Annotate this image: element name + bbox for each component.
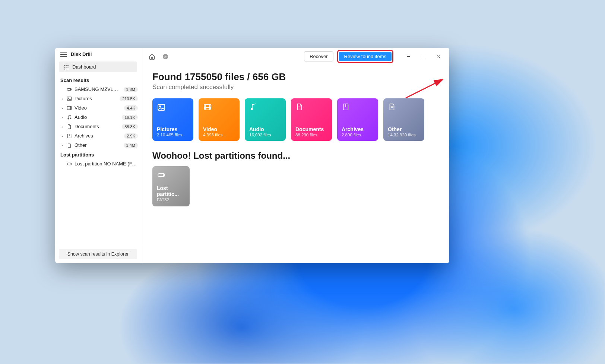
home-icon[interactable] [148,53,156,61]
svg-point-1 [70,89,71,89]
show-in-explorer-button[interactable]: Show scan results in Explorer [59,249,137,259]
app-window: Disk Drill Dashboard Scan results › SAMS… [55,48,449,263]
review-highlight: Review found items [337,50,393,63]
sidebar-item-video[interactable]: › Video 4.4K [55,103,141,113]
archive-icon [66,133,72,139]
svg-rect-2 [67,97,71,101]
content: Found 1755050 files / 656 GB Scan comple… [141,64,449,214]
document-icon [66,124,72,129]
tile-lost-partition[interactable]: Lost partitio... FAT32 [152,166,190,206]
hamburger-icon[interactable] [60,52,67,57]
found-title: Found 1755050 files / 656 GB [152,71,438,83]
tile-audio[interactable]: Audio 16,092 files [245,98,286,141]
maximize-button[interactable] [416,51,431,62]
image-icon [66,96,72,101]
main-area: Recover Review found items Found 1755050… [141,48,449,263]
svg-point-15 [251,108,253,110]
device-badge: 1.8M [124,87,138,92]
device-label: SAMSUNG MZVLB1T0... [75,86,121,92]
music-icon [249,103,281,113]
category-tiles: Pictures 2,10,465 files Video 4,393 file… [152,98,438,141]
sidebar-lost-partition[interactable]: › Lost partition NO NAME (FAT... [55,159,141,168]
review-found-items-button[interactable]: Review found items [339,52,392,61]
dashboard-button[interactable]: Dashboard [59,61,137,72]
archive-icon [342,103,374,113]
grid-icon [63,64,69,70]
tile-other[interactable]: Other 14,32,920 files [383,98,424,141]
recover-button[interactable]: Recover [304,51,333,61]
svg-rect-12 [158,104,165,110]
chevron-right-icon: › [60,124,64,129]
film-icon [66,105,72,111]
file-icon [388,103,420,113]
sidebar-item-pictures[interactable]: › Pictures 210.5K [55,94,141,103]
svg-point-5 [68,118,69,119]
sidebar-item-documents[interactable]: › Documents 88.3K [55,122,141,131]
film-icon [203,103,235,113]
music-icon [66,115,72,120]
sidebar-device[interactable]: › SAMSUNG MZVLB1T0... 1.8M [55,85,141,94]
disk-icon [66,87,72,92]
lost-partitions-title: Woohoo! Lost partitions found... [152,151,438,161]
sidebar-header: Disk Drill [55,48,141,60]
sidebar: Disk Drill Dashboard Scan results › SAMS… [55,48,141,263]
svg-rect-11 [422,55,425,58]
svg-point-6 [70,118,71,119]
check-circle-icon[interactable] [161,53,170,61]
section-scan-results: Scan results [55,75,141,85]
image-icon [157,103,189,113]
section-lost-partitions: Lost partitions [55,150,141,159]
chevron-right-icon: › [60,96,64,101]
document-icon [295,103,327,113]
tile-video[interactable]: Video 4,393 files [199,98,240,141]
svg-point-3 [68,98,69,98]
sidebar-item-other[interactable]: › Other 1.4M [55,140,141,150]
other-icon [66,143,72,148]
sidebar-footer: Show scan results in Explorer [55,245,141,263]
app-title: Disk Drill [71,51,92,57]
found-subtitle: Scan completed successfully [152,83,438,91]
sidebar-item-audio[interactable]: › Audio 16.1K [55,113,141,122]
close-button[interactable] [431,51,446,62]
chevron-right-icon: › [60,143,64,148]
tile-pictures[interactable]: Pictures 2,10,465 files [152,98,193,141]
tile-documents[interactable]: Documents 88,290 files [291,98,332,141]
minimize-button[interactable] [401,51,416,62]
window-controls [401,51,446,62]
topbar: Recover Review found items [141,48,449,64]
disk-icon [157,171,185,181]
chevron-right-icon: › [60,115,64,120]
sidebar-item-archives[interactable]: › Archives 2.9K [55,131,141,140]
svg-point-13 [159,106,161,107]
svg-point-18 [163,175,164,175]
chevron-right-icon: › [60,106,64,110]
lost-partition-label: Lost partition NO NAME (FAT... [75,161,138,167]
chevron-right-icon: › [60,134,64,138]
disk-icon [66,161,72,167]
tile-archives[interactable]: Archives 2,890 files [337,98,378,141]
dashboard-label: Dashboard [72,64,96,70]
svg-point-9 [70,164,71,164]
